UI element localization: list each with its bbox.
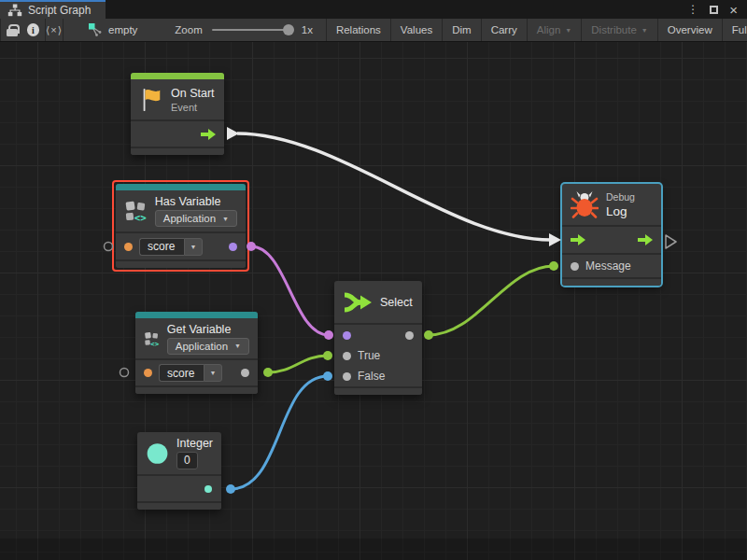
node-subtitle: Event (171, 102, 215, 113)
variable-scope-dropdown[interactable]: Application ▼ (155, 210, 237, 227)
bool-output-port[interactable] (229, 243, 237, 251)
carry-button[interactable]: Carry (482, 19, 528, 41)
select-merge-icon (343, 290, 373, 315)
variable-color-bar (135, 312, 258, 318)
node-title: Log (606, 204, 635, 218)
node-title: Has Variable (155, 195, 237, 208)
code-preview-button[interactable]: ⟨×⟩ (46, 19, 63, 41)
node-get-variable[interactable]: <> Get Variable Application ▼ score ▼ (135, 312, 258, 394)
distribute-dropdown[interactable]: Distribute▼ (582, 19, 658, 41)
node-has-variable-selection: <> Has Variable Application ▼ score ▼ (112, 180, 249, 272)
zoom-value: 1x (302, 24, 313, 35)
variables-icon: <> (124, 197, 148, 225)
dim-button[interactable]: Dim (443, 19, 481, 41)
value-output-port[interactable] (241, 369, 249, 377)
node-has-variable[interactable]: <> Has Variable Application ▼ score ▼ (116, 184, 246, 268)
variable-color-bar (116, 184, 246, 190)
caret-down-icon: ▼ (641, 27, 648, 34)
zoom-label: Zoom (175, 24, 202, 35)
canvas-bottom-shade (0, 539, 747, 560)
name-input-port[interactable] (144, 369, 152, 377)
control-output-port[interactable] (638, 234, 653, 245)
relations-button[interactable]: Relations (327, 19, 391, 41)
zoom-slider[interactable] (212, 29, 292, 31)
variable-scope-dropdown[interactable]: Application ▼ (167, 338, 249, 355)
lock-icon[interactable] (7, 24, 18, 36)
flag-icon (139, 87, 163, 113)
event-color-bar (131, 73, 224, 79)
true-input-port[interactable] (343, 352, 351, 360)
caret-down-icon: ▼ (565, 27, 571, 34)
tab-script-graph[interactable]: Script Graph (0, 0, 106, 19)
align-dropdown[interactable]: Align▼ (528, 19, 583, 41)
node-surtitle: Debug (606, 191, 635, 203)
node-title: Select (380, 296, 413, 309)
selection-status-label: empty (108, 24, 137, 35)
bug-icon (571, 190, 599, 218)
caret-down-icon: ▼ (234, 343, 241, 349)
caret-down-icon: ▼ (184, 238, 203, 256)
name-input-port[interactable] (124, 243, 133, 251)
values-button[interactable]: Values (391, 19, 443, 41)
code-icon: ⟨×⟩ (46, 24, 63, 36)
overview-button[interactable]: Overview (658, 19, 723, 41)
zoom-slider-handle[interactable] (283, 24, 294, 35)
integer-value-field[interactable]: 0 (176, 452, 198, 469)
variable-name-dropdown[interactable]: score ▼ (139, 238, 203, 256)
title-bar: Script Graph ⋮ × (0, 0, 747, 19)
caret-down-icon: ▼ (204, 364, 222, 382)
fullscreen-button[interactable]: Full Screen (723, 19, 747, 41)
window-controls: ⋮ × (687, 0, 747, 19)
integer-icon (146, 440, 169, 468)
close-icon[interactable]: × (729, 3, 738, 17)
toolbar-buttons: Relations Values Dim Carry Align▼ Distri… (327, 19, 747, 41)
node-on-start[interactable]: On Start Event (131, 73, 224, 155)
toolbar-middle: empty Zoom 1x (63, 19, 327, 41)
true-port-label: True (358, 349, 380, 362)
graph-icon (7, 4, 22, 17)
condition-input-port[interactable] (343, 331, 351, 340)
message-input-port[interactable] (571, 262, 579, 271)
unity-visual-scripting-window: Script Graph ⋮ × i ⟨×⟩ empty Zoom (0, 0, 747, 560)
node-title: Get Variable (167, 323, 249, 336)
node-integer[interactable]: Integer 0 (137, 432, 221, 510)
tab-title: Script Graph (28, 4, 91, 17)
selection-output-port[interactable] (405, 331, 414, 340)
node-title: Integer (176, 437, 213, 450)
maximize-icon[interactable] (710, 6, 718, 14)
caret-down-icon: ▼ (222, 216, 229, 222)
control-input-port[interactable] (571, 234, 585, 245)
selection-pointer-icon (88, 22, 103, 37)
int-output-port[interactable] (204, 485, 212, 493)
info-icon[interactable]: i (27, 23, 39, 36)
node-title: On Start (171, 87, 215, 100)
control-output-port[interactable] (201, 129, 216, 140)
node-debug-log[interactable]: Debug Log Message (562, 184, 661, 286)
graph-toolbar: i ⟨×⟩ empty Zoom 1x Relations Values Dim… (0, 19, 747, 42)
message-port-label: Message (585, 259, 631, 273)
false-input-port[interactable] (343, 372, 351, 381)
false-port-label: False (358, 370, 385, 383)
node-select[interactable]: Select True False (334, 281, 422, 395)
more-menu-icon[interactable]: ⋮ (687, 4, 698, 15)
svg-text:<>: <> (134, 212, 147, 224)
variables-icon: <> (144, 325, 160, 353)
variable-name-dropdown[interactable]: score ▼ (159, 364, 222, 382)
svg-text:<>: <> (150, 339, 159, 347)
toolbar-left-icons: i (1, 19, 46, 41)
